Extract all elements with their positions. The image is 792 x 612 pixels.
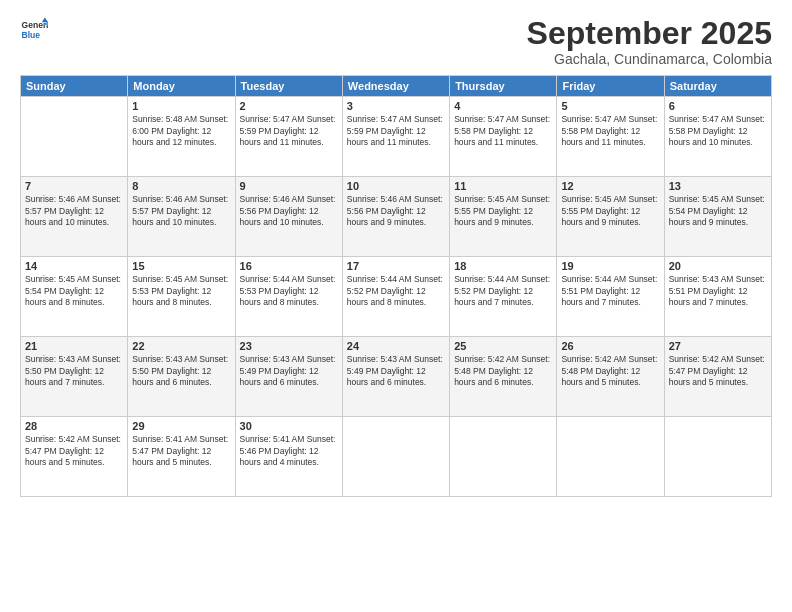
day-cell: 28Sunrise: 5:42 AM Sunset: 5:47 PM Dayli… (21, 417, 128, 497)
day-info: Sunrise: 5:45 AM Sunset: 5:55 PM Dayligh… (561, 194, 659, 228)
col-wednesday: Wednesday (342, 76, 449, 97)
week-row-4: 21Sunrise: 5:43 AM Sunset: 5:50 PM Dayli… (21, 337, 772, 417)
day-number: 17 (347, 260, 445, 272)
month-title: September 2025 (527, 16, 772, 51)
day-info: Sunrise: 5:42 AM Sunset: 5:47 PM Dayligh… (669, 354, 767, 388)
day-cell: 22Sunrise: 5:43 AM Sunset: 5:50 PM Dayli… (128, 337, 235, 417)
day-number: 16 (240, 260, 338, 272)
day-cell: 21Sunrise: 5:43 AM Sunset: 5:50 PM Dayli… (21, 337, 128, 417)
day-number: 9 (240, 180, 338, 192)
day-cell: 17Sunrise: 5:44 AM Sunset: 5:52 PM Dayli… (342, 257, 449, 337)
day-number: 12 (561, 180, 659, 192)
day-info: Sunrise: 5:47 AM Sunset: 5:58 PM Dayligh… (561, 114, 659, 148)
day-cell: 8Sunrise: 5:46 AM Sunset: 5:57 PM Daylig… (128, 177, 235, 257)
day-cell: 3Sunrise: 5:47 AM Sunset: 5:59 PM Daylig… (342, 97, 449, 177)
day-info: Sunrise: 5:43 AM Sunset: 5:51 PM Dayligh… (669, 274, 767, 308)
day-number: 1 (132, 100, 230, 112)
week-row-3: 14Sunrise: 5:45 AM Sunset: 5:54 PM Dayli… (21, 257, 772, 337)
day-info: Sunrise: 5:41 AM Sunset: 5:47 PM Dayligh… (132, 434, 230, 468)
col-friday: Friday (557, 76, 664, 97)
day-cell: 15Sunrise: 5:45 AM Sunset: 5:53 PM Dayli… (128, 257, 235, 337)
day-cell: 25Sunrise: 5:42 AM Sunset: 5:48 PM Dayli… (450, 337, 557, 417)
day-info: Sunrise: 5:41 AM Sunset: 5:46 PM Dayligh… (240, 434, 338, 468)
day-number: 24 (347, 340, 445, 352)
day-info: Sunrise: 5:45 AM Sunset: 5:54 PM Dayligh… (669, 194, 767, 228)
header-row: Sunday Monday Tuesday Wednesday Thursday… (21, 76, 772, 97)
day-info: Sunrise: 5:47 AM Sunset: 5:58 PM Dayligh… (454, 114, 552, 148)
day-number: 5 (561, 100, 659, 112)
col-saturday: Saturday (664, 76, 771, 97)
day-number: 14 (25, 260, 123, 272)
day-info: Sunrise: 5:46 AM Sunset: 5:56 PM Dayligh… (347, 194, 445, 228)
day-info: Sunrise: 5:42 AM Sunset: 5:47 PM Dayligh… (25, 434, 123, 468)
day-number: 21 (25, 340, 123, 352)
day-info: Sunrise: 5:47 AM Sunset: 5:58 PM Dayligh… (669, 114, 767, 148)
day-info: Sunrise: 5:43 AM Sunset: 5:50 PM Dayligh… (25, 354, 123, 388)
day-cell: 10Sunrise: 5:46 AM Sunset: 5:56 PM Dayli… (342, 177, 449, 257)
day-cell: 18Sunrise: 5:44 AM Sunset: 5:52 PM Dayli… (450, 257, 557, 337)
week-row-2: 7Sunrise: 5:46 AM Sunset: 5:57 PM Daylig… (21, 177, 772, 257)
subtitle: Gachala, Cundinamarca, Colombia (527, 51, 772, 67)
day-number: 22 (132, 340, 230, 352)
day-cell: 11Sunrise: 5:45 AM Sunset: 5:55 PM Dayli… (450, 177, 557, 257)
day-cell: 12Sunrise: 5:45 AM Sunset: 5:55 PM Dayli… (557, 177, 664, 257)
day-info: Sunrise: 5:45 AM Sunset: 5:55 PM Dayligh… (454, 194, 552, 228)
col-tuesday: Tuesday (235, 76, 342, 97)
day-number: 26 (561, 340, 659, 352)
col-thursday: Thursday (450, 76, 557, 97)
day-info: Sunrise: 5:46 AM Sunset: 5:57 PM Dayligh… (132, 194, 230, 228)
day-info: Sunrise: 5:46 AM Sunset: 5:57 PM Dayligh… (25, 194, 123, 228)
week-row-5: 28Sunrise: 5:42 AM Sunset: 5:47 PM Dayli… (21, 417, 772, 497)
day-cell: 20Sunrise: 5:43 AM Sunset: 5:51 PM Dayli… (664, 257, 771, 337)
day-number: 6 (669, 100, 767, 112)
day-info: Sunrise: 5:44 AM Sunset: 5:52 PM Dayligh… (454, 274, 552, 308)
day-info: Sunrise: 5:47 AM Sunset: 5:59 PM Dayligh… (240, 114, 338, 148)
day-info: Sunrise: 5:47 AM Sunset: 5:59 PM Dayligh… (347, 114, 445, 148)
day-info: Sunrise: 5:42 AM Sunset: 5:48 PM Dayligh… (454, 354, 552, 388)
calendar-table: Sunday Monday Tuesday Wednesday Thursday… (20, 75, 772, 497)
day-cell: 16Sunrise: 5:44 AM Sunset: 5:53 PM Dayli… (235, 257, 342, 337)
day-info: Sunrise: 5:45 AM Sunset: 5:53 PM Dayligh… (132, 274, 230, 308)
day-number: 15 (132, 260, 230, 272)
day-number: 4 (454, 100, 552, 112)
day-cell (664, 417, 771, 497)
day-cell: 19Sunrise: 5:44 AM Sunset: 5:51 PM Dayli… (557, 257, 664, 337)
day-cell (342, 417, 449, 497)
day-cell: 4Sunrise: 5:47 AM Sunset: 5:58 PM Daylig… (450, 97, 557, 177)
day-cell: 7Sunrise: 5:46 AM Sunset: 5:57 PM Daylig… (21, 177, 128, 257)
day-number: 13 (669, 180, 767, 192)
day-cell (450, 417, 557, 497)
col-sunday: Sunday (21, 76, 128, 97)
day-number: 7 (25, 180, 123, 192)
day-cell (557, 417, 664, 497)
day-info: Sunrise: 5:42 AM Sunset: 5:48 PM Dayligh… (561, 354, 659, 388)
day-number: 28 (25, 420, 123, 432)
day-cell: 6Sunrise: 5:47 AM Sunset: 5:58 PM Daylig… (664, 97, 771, 177)
day-cell: 27Sunrise: 5:42 AM Sunset: 5:47 PM Dayli… (664, 337, 771, 417)
day-cell: 29Sunrise: 5:41 AM Sunset: 5:47 PM Dayli… (128, 417, 235, 497)
day-info: Sunrise: 5:43 AM Sunset: 5:49 PM Dayligh… (240, 354, 338, 388)
day-info: Sunrise: 5:43 AM Sunset: 5:49 PM Dayligh… (347, 354, 445, 388)
day-info: Sunrise: 5:46 AM Sunset: 5:56 PM Dayligh… (240, 194, 338, 228)
day-info: Sunrise: 5:44 AM Sunset: 5:51 PM Dayligh… (561, 274, 659, 308)
day-number: 29 (132, 420, 230, 432)
week-row-1: 1Sunrise: 5:48 AM Sunset: 6:00 PM Daylig… (21, 97, 772, 177)
day-cell: 13Sunrise: 5:45 AM Sunset: 5:54 PM Dayli… (664, 177, 771, 257)
svg-text:Blue: Blue (22, 30, 41, 40)
day-cell: 14Sunrise: 5:45 AM Sunset: 5:54 PM Dayli… (21, 257, 128, 337)
day-cell: 23Sunrise: 5:43 AM Sunset: 5:49 PM Dayli… (235, 337, 342, 417)
day-info: Sunrise: 5:44 AM Sunset: 5:52 PM Dayligh… (347, 274, 445, 308)
logo: General Blue (20, 16, 48, 44)
day-number: 27 (669, 340, 767, 352)
day-cell: 9Sunrise: 5:46 AM Sunset: 5:56 PM Daylig… (235, 177, 342, 257)
day-info: Sunrise: 5:44 AM Sunset: 5:53 PM Dayligh… (240, 274, 338, 308)
day-number: 11 (454, 180, 552, 192)
day-cell (21, 97, 128, 177)
day-number: 20 (669, 260, 767, 272)
day-number: 3 (347, 100, 445, 112)
day-cell: 2Sunrise: 5:47 AM Sunset: 5:59 PM Daylig… (235, 97, 342, 177)
day-info: Sunrise: 5:45 AM Sunset: 5:54 PM Dayligh… (25, 274, 123, 308)
day-number: 18 (454, 260, 552, 272)
title-block: September 2025 Gachala, Cundinamarca, Co… (527, 16, 772, 67)
day-number: 23 (240, 340, 338, 352)
